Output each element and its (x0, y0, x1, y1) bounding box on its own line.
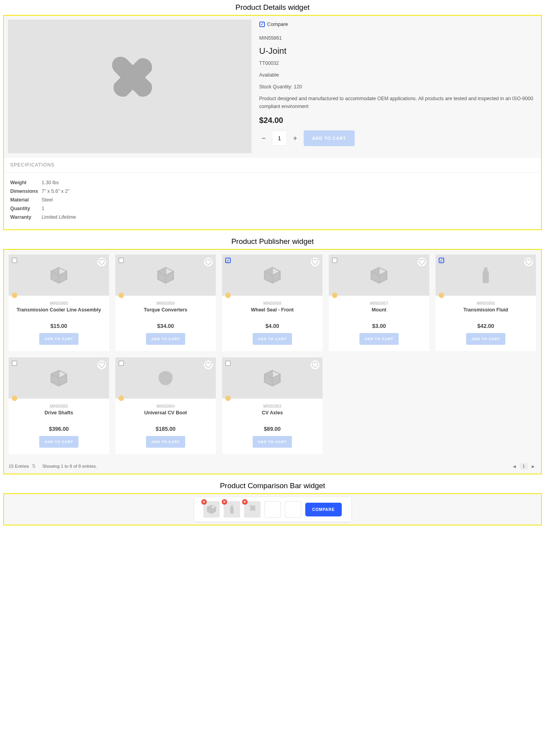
remove-slot-button[interactable]: ✕ (242, 499, 248, 505)
product-description: Product designed and manufactured to acc… (259, 95, 537, 110)
remove-slot-button[interactable]: ✕ (222, 499, 227, 505)
comparison-slot (285, 501, 301, 518)
card-add-to-cart-button[interactable]: ADD TO CART (359, 333, 399, 345)
card-compare-checkbox[interactable] (118, 258, 124, 263)
status-dot-icon (225, 395, 231, 401)
product-sku: MIN55861 (259, 34, 537, 42)
card-sku: MIN55859 (118, 301, 213, 306)
card-compare-checkbox[interactable] (225, 361, 231, 366)
comparison-slot[interactable]: ✕ (224, 501, 240, 518)
wishlist-button[interactable] (311, 361, 319, 369)
spec-value: Limited Lifetime (42, 214, 76, 220)
entries-select[interactable]: 15 Entries (9, 464, 29, 469)
pager: 15 Entries ⇅ Showing 1 to 8 of 8 entries… (4, 459, 541, 474)
qty-plus-button[interactable]: + (291, 134, 300, 143)
product-card[interactable]: MIN55857 Mount $3.00 ADD TO CART (329, 254, 429, 351)
card-add-to-cart-button[interactable]: ADD TO CART (39, 436, 79, 448)
card-compare-checkbox[interactable] (12, 258, 17, 263)
comparison-bar: ✕✕✕COMPARE (194, 497, 351, 522)
product-card[interactable]: ✓ MIN55858 Wheel Seal - Front $4.00 ADD … (222, 254, 323, 351)
card-sku: MIN55857 (332, 301, 426, 306)
card-sku: MIN55854 (118, 404, 213, 408)
product-card[interactable]: MIN55853 CV Axles $89.00 ADD TO CART (222, 357, 323, 454)
product-publisher-widget: MIN55860 Transmission Cooler Line Assemb… (3, 249, 542, 474)
spec-key: Quantity (10, 206, 42, 211)
wishlist-button[interactable] (524, 258, 533, 266)
card-compare-checkbox[interactable]: ✓ (439, 258, 444, 263)
card-price: $89.00 (225, 426, 319, 432)
product-price: $24.00 (259, 116, 537, 125)
entries-caret-icon: ⇅ (32, 464, 36, 469)
comparison-widget-label: Product Comparison Bar widget (0, 478, 545, 493)
specifications-tab[interactable]: SPECIFICATIONS (4, 157, 541, 173)
product-card[interactable]: MIN55854 Universal CV Boot $185.00 ADD T… (115, 357, 216, 454)
spec-value: 7" x 5.6" x 2" (42, 189, 69, 194)
comparison-slot[interactable]: ✕ (203, 501, 220, 518)
wishlist-button[interactable] (97, 258, 106, 266)
card-compare-checkbox[interactable] (332, 258, 337, 263)
page-number[interactable]: 1 (520, 463, 528, 470)
card-add-to-cart-button[interactable]: ADD TO CART (146, 436, 186, 448)
wishlist-button[interactable] (204, 361, 213, 369)
product-stock: Stock Quantity: 120 (259, 83, 537, 91)
card-add-to-cart-button[interactable]: ADD TO CART (146, 333, 186, 345)
card-sku: MIN55858 (225, 301, 319, 306)
card-add-to-cart-button[interactable]: ADD TO CART (253, 436, 292, 448)
card-image (9, 254, 109, 296)
product-card[interactable]: MIN55855 Drive Shafts $396.00 ADD TO CAR… (9, 357, 109, 454)
product-details-widget: ✓ Compare MIN55861 U-Joint TT00032 Avail… (3, 15, 542, 230)
card-name: CV Axles (225, 410, 319, 422)
card-image (115, 254, 216, 296)
card-price: $3.00 (332, 323, 426, 329)
card-add-to-cart-button[interactable]: ADD TO CART (466, 333, 506, 345)
card-price: $42.00 (439, 323, 533, 329)
card-name: Wheel Seal - Front (225, 307, 319, 319)
card-image (329, 254, 429, 296)
product-card[interactable]: MIN55860 Transmission Cooler Line Assemb… (9, 254, 109, 351)
card-name: Universal CV Boot (118, 410, 213, 422)
product-card[interactable]: ✓ MIN55856 Transmission Fluid $42.00 ADD… (436, 254, 536, 351)
qty-input[interactable] (272, 131, 287, 146)
comparison-slot[interactable]: ✕ (244, 501, 261, 518)
spec-key: Warranty (10, 214, 42, 220)
spec-key: Weight (10, 180, 42, 185)
product-card[interactable]: MIN55859 Torque Converters $34.00 ADD TO… (115, 254, 216, 351)
card-add-to-cart-button[interactable]: ADD TO CART (253, 333, 292, 345)
wishlist-button[interactable] (204, 258, 213, 266)
status-dot-icon (225, 293, 231, 298)
card-compare-checkbox[interactable]: ✓ (225, 258, 231, 263)
status-dot-icon (118, 395, 124, 401)
product-comparison-bar-widget: ✕✕✕COMPARE (3, 493, 542, 525)
spec-value: 1 (42, 206, 44, 211)
page-next-button[interactable]: ▶ (530, 463, 536, 469)
card-compare-checkbox[interactable] (12, 361, 17, 366)
card-image (222, 357, 323, 399)
card-name: Mount (332, 307, 426, 319)
compare-button[interactable]: COMPARE (305, 503, 342, 516)
remove-slot-button[interactable]: ✕ (201, 499, 207, 505)
spec-value: Steel (42, 197, 53, 203)
card-name: Transmission Fluid (439, 307, 533, 319)
status-dot-icon (12, 293, 17, 298)
card-price: $396.00 (12, 426, 106, 432)
card-price: $185.00 (118, 426, 213, 432)
card-name: Drive Shafts (12, 410, 106, 422)
card-add-to-cart-button[interactable]: ADD TO CART (39, 333, 79, 345)
specifications-body: Weight1.30 lbsDimensions7" x 5.6" x 2"Ma… (4, 173, 541, 229)
add-to-cart-button[interactable]: ADD TO CART (304, 130, 355, 146)
compare-checkbox[interactable]: ✓ (259, 22, 265, 27)
publisher-widget-label: Product Publisher widget (0, 234, 545, 249)
card-name: Transmission Cooler Line Assembly (12, 307, 106, 319)
qty-minus-button[interactable]: − (259, 134, 268, 143)
page-prev-button[interactable]: ◀ (511, 463, 518, 469)
card-image: ✓ (222, 254, 323, 296)
card-price: $34.00 (118, 323, 213, 329)
wishlist-button[interactable] (97, 361, 106, 369)
card-image: ✓ (436, 254, 536, 296)
wishlist-button[interactable] (311, 258, 319, 266)
wishlist-button[interactable] (417, 258, 426, 266)
product-image (8, 20, 252, 153)
card-price: $4.00 (225, 323, 319, 329)
card-sku: MIN55853 (225, 404, 319, 408)
card-compare-checkbox[interactable] (118, 361, 124, 366)
